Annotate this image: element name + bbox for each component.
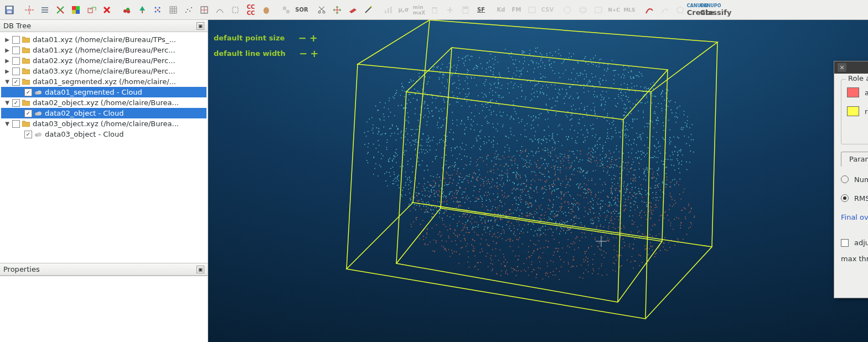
svg-point-589	[577, 97, 578, 99]
svg-point-1639	[396, 139, 397, 141]
svg-point-3295	[473, 251, 474, 252]
svg-point-2158	[534, 86, 535, 87]
scatter-icon[interactable]	[182, 3, 196, 17]
dialog-close-button[interactable]: ✕	[838, 63, 846, 72]
svg-point-989	[615, 130, 616, 131]
svg-point-2942	[595, 160, 596, 162]
svg-point-3314	[658, 175, 659, 176]
cut-icon[interactable]	[314, 3, 329, 17]
line-width-plus[interactable]: +	[309, 48, 320, 59]
tree-checkbox[interactable]	[12, 57, 20, 65]
iterations-radio[interactable]	[841, 175, 849, 183]
tree-checkbox[interactable]	[12, 46, 20, 54]
tree-file-item[interactable]: ▼✓data01_segmented.xyz (/home/claire/...	[1, 76, 206, 87]
reference-color-swatch[interactable]	[847, 106, 859, 116]
cccc-icon[interactable]: CCCC	[244, 3, 258, 17]
svg-point-1145	[683, 127, 684, 128]
3d-viewport[interactable]: default point size − + default line widt…	[208, 20, 868, 342]
svg-point-1133	[658, 143, 659, 144]
svg-point-2587	[465, 240, 466, 241]
line-width-minus[interactable]: −	[298, 48, 309, 59]
tree-cloud-item[interactable]: ✓data03_object - Cloud	[1, 129, 206, 139]
tree-file-item[interactable]: ▶data01.xyz (/home/claire/Bureau/TPs_...	[1, 34, 206, 45]
tree-file-item[interactable]: ▶data01.xyz (/home/claire/Bureau/Perc...	[1, 45, 206, 55]
points-icon[interactable]	[151, 3, 165, 17]
tree-file-item[interactable]: ▶data02.xyz (/home/claire/Bureau/Perc...	[1, 55, 206, 66]
tree-expand-arrow[interactable]: ▶	[3, 58, 11, 64]
sf-icon[interactable]: SF	[474, 3, 488, 17]
svg-point-1030	[417, 91, 418, 92]
tree-checkbox[interactable]	[12, 36, 20, 44]
tree-cloud-item[interactable]: ✓data01_segmented - Cloud	[1, 87, 206, 97]
svg-rect-16	[76, 10, 80, 14]
sor-icon[interactable]: SOR	[294, 3, 309, 17]
box-icon[interactable]	[228, 3, 242, 17]
svg-point-1232	[554, 189, 555, 190]
blob-icon[interactable]	[259, 3, 273, 17]
svg-point-288	[466, 96, 467, 97]
tree-checkbox[interactable]: ✓	[24, 89, 32, 96]
dbtree-detach-button[interactable]: ▣	[197, 22, 204, 30]
wand-icon[interactable]	[361, 3, 375, 17]
svg-point-1769	[628, 196, 629, 198]
move-icon[interactable]	[330, 3, 344, 17]
svg-point-2897	[574, 259, 575, 260]
tree-expand-arrow[interactable]: ▶	[3, 68, 11, 74]
curve-icon[interactable]	[642, 3, 657, 17]
svg-point-3020	[594, 253, 595, 255]
adjust-scale-checkbox[interactable]	[841, 239, 849, 247]
list-icon[interactable]	[38, 3, 52, 17]
svg-point-470	[639, 72, 640, 73]
tree-file-item[interactable]: ▼✓data02_object.xyz (/home/claire/Burea.…	[1, 97, 206, 108]
svg-point-1663	[383, 113, 384, 115]
tree-checkbox[interactable]: ✓	[24, 131, 32, 138]
fit-icon[interactable]	[197, 3, 211, 17]
tree-checkbox[interactable]	[12, 120, 20, 128]
tree-checkbox[interactable]: ✓	[12, 78, 20, 86]
tree-checkbox[interactable]: ✓	[12, 99, 20, 107]
svg-point-435	[536, 186, 538, 188]
tree-expand-arrow[interactable]: ▶	[3, 37, 11, 43]
tree-expand-arrow[interactable]: ▼	[3, 100, 11, 106]
dialog-titlebar[interactable]: ✕ Clouds registration	[834, 61, 868, 74]
svg-point-2379	[574, 203, 575, 204]
tree-expand-arrow[interactable]: ▶	[3, 47, 11, 53]
point-size-minus[interactable]: −	[297, 32, 308, 44]
tree-expand-arrow[interactable]: ▼	[3, 121, 11, 127]
color-icon[interactable]	[69, 3, 83, 17]
svg-point-2128	[611, 191, 612, 193]
tree-file-item[interactable]: ▶data03.xyz (/home/claire/Bureau/Perc...	[1, 66, 206, 76]
plane-icon[interactable]	[345, 3, 360, 17]
svg-point-204	[513, 156, 514, 157]
interp-icon[interactable]	[213, 3, 227, 17]
tree-icon[interactable]	[135, 3, 149, 17]
tree-checkbox[interactable]	[12, 68, 20, 75]
pick-icon[interactable]	[22, 3, 37, 17]
align-icon[interactable]	[53, 3, 68, 17]
canupo-classify-icon[interactable]: CANUPOClassify	[709, 3, 723, 17]
save-icon[interactable]	[2, 3, 17, 17]
tree-cloud-item[interactable]: ✓data02_object - Cloud	[1, 108, 206, 118]
svg-point-596	[650, 188, 652, 189]
overlap-label[interactable]: Final overlap	[841, 213, 868, 221]
tab-parameters[interactable]: Parameters	[841, 152, 868, 167]
svg-point-2469	[655, 204, 657, 205]
dbtree-body[interactable]: ▶data01.xyz (/home/claire/Bureau/TPs_...…	[0, 32, 208, 263]
cloud-red-icon[interactable]	[120, 3, 134, 17]
delete-icon[interactable]	[100, 3, 114, 17]
properties-detach-button[interactable]: ▣	[197, 266, 204, 273]
svg-point-278	[480, 146, 481, 147]
grid-icon[interactable]	[166, 3, 180, 17]
export-icon[interactable]	[84, 3, 99, 17]
tree-file-item[interactable]: ▼data03_object.xyz (/home/claire/Burea..…	[1, 118, 206, 129]
aligned-color-swatch[interactable]	[847, 87, 859, 97]
rms-radio[interactable]	[841, 194, 849, 202]
svg-point-2834	[423, 186, 424, 187]
svg-point-1492	[662, 110, 663, 111]
svg-point-839	[445, 196, 446, 198]
tree-expand-arrow[interactable]: ▼	[3, 79, 11, 85]
tree-checkbox[interactable]: ✓	[24, 110, 32, 117]
svg-point-1845	[527, 71, 528, 72]
svg-point-1191	[444, 195, 445, 196]
point-size-plus[interactable]: +	[308, 32, 319, 44]
